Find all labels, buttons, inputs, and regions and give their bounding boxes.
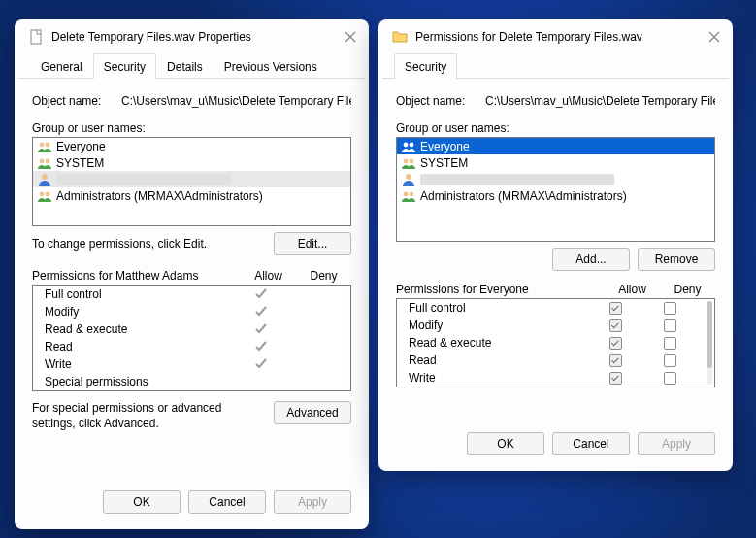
allow-cell [588, 354, 642, 367]
col-deny: Deny [296, 269, 351, 283]
checkbox[interactable] [609, 354, 622, 367]
deny-cell [642, 319, 697, 332]
checkbox[interactable] [609, 372, 622, 385]
advanced-hint: For special permissions or advanced sett… [32, 401, 264, 431]
object-name-value: C:\Users\mav_u\Music\Delete Temporary Fi… [121, 94, 351, 108]
permission-row: Read [397, 352, 705, 369]
svg-point-12 [406, 174, 411, 180]
svg-point-11 [410, 158, 414, 163]
svg-point-4 [46, 158, 50, 163]
check-icon [254, 287, 268, 301]
checkbox[interactable] [609, 302, 622, 315]
permission-row: Read [33, 338, 350, 355]
scrollbar[interactable] [707, 301, 712, 385]
permissions-dialog: Permissions for Delete Temporary Files.w… [378, 19, 733, 471]
group-label: Group or user names: [32, 121, 351, 135]
list-item-label: Everyone [56, 140, 106, 153]
tab-general[interactable]: General [30, 53, 93, 79]
apply-button[interactable]: Apply [638, 432, 715, 455]
object-name-label: Object name: [32, 94, 110, 108]
permission-name: Read & execute [41, 322, 234, 336]
list-item-label: Everyone [420, 140, 470, 153]
permission-name: Read & execute [405, 336, 588, 350]
col-allow: Allow [605, 283, 660, 296]
group-icon [401, 188, 416, 204]
window-title: Delete Temporary Files.wav Properties [51, 30, 336, 44]
list-item[interactable]: SYSTEM [397, 154, 714, 171]
checkbox[interactable] [664, 354, 676, 367]
ok-button[interactable]: OK [103, 490, 181, 514]
svg-point-6 [40, 191, 45, 196]
permission-name: Write [41, 357, 234, 371]
permission-row: Read & execute [397, 334, 705, 352]
list-item[interactable]: Administrators (MRMAX\Administrators) [33, 187, 350, 204]
allow-cell [588, 337, 642, 350]
checkbox[interactable] [609, 337, 622, 350]
user-icon [37, 172, 52, 187]
permission-list: Full controlModifyRead & executeReadWrit… [32, 285, 351, 391]
user-icon [401, 172, 416, 187]
allow-cell [234, 357, 288, 371]
object-name-value: C:\Users\mav_u\Music\Delete Temporary Fi… [485, 94, 715, 108]
checkbox[interactable] [664, 319, 676, 332]
window-title: Permissions for Delete Temporary Files.w… [415, 30, 700, 44]
permission-row: Write [397, 369, 705, 387]
cancel-button[interactable]: Cancel [188, 490, 266, 514]
list-item[interactable]: Everyone [33, 138, 350, 154]
permission-row: Full control [33, 286, 350, 303]
user-list[interactable]: EveryoneSYSTEMAdministrators (MRMAX\Admi… [32, 137, 351, 226]
edit-hint: To change permissions, click Edit. [32, 237, 266, 251]
advanced-button[interactable]: Advanced [274, 401, 351, 424]
tab-previous-versions[interactable]: Previous Versions [214, 53, 328, 79]
checkbox[interactable] [609, 319, 622, 332]
checkbox[interactable] [664, 302, 676, 315]
folder-icon [392, 29, 408, 45]
tab-bar: Security [382, 52, 729, 79]
svg-point-3 [40, 158, 45, 163]
allow-cell [588, 302, 642, 315]
list-item[interactable]: Everyone [397, 138, 714, 154]
deny-cell [642, 337, 697, 350]
list-item[interactable] [397, 171, 714, 187]
group-icon [401, 155, 416, 171]
checkbox[interactable] [664, 337, 676, 350]
ok-button[interactable]: OK [467, 432, 544, 455]
tab-security[interactable]: Security [93, 53, 156, 79]
checkbox[interactable] [664, 372, 676, 385]
edit-button[interactable]: Edit... [274, 232, 351, 255]
svg-point-9 [410, 142, 414, 147]
deny-cell [642, 302, 697, 315]
user-list[interactable]: EveryoneSYSTEMAdministrators (MRMAX\Admi… [396, 137, 715, 242]
list-item-label: Administrators (MRMAX\Administrators) [420, 189, 627, 203]
deny-cell [642, 354, 697, 367]
apply-button[interactable]: Apply [274, 490, 351, 514]
permission-list: Full controlModifyRead & executeReadWrit… [396, 298, 715, 387]
tab-security[interactable]: Security [394, 53, 457, 79]
permission-name: Write [405, 371, 588, 385]
list-item[interactable] [33, 171, 350, 187]
permission-name: Read [41, 340, 234, 353]
group-label: Group or user names: [396, 121, 715, 135]
perm-header-label: Permissions for Everyone [396, 283, 605, 296]
close-icon[interactable] [707, 30, 721, 44]
permission-row: Modify [397, 317, 705, 334]
add-button[interactable]: Add... [552, 248, 630, 271]
tab-details[interactable]: Details [156, 53, 214, 79]
permission-row: Read & execute [33, 320, 350, 338]
permission-name: Full control [405, 301, 588, 315]
tab-bar: General Security Details Previous Versio… [18, 52, 365, 79]
close-icon[interactable] [344, 30, 357, 44]
allow-cell [588, 372, 642, 385]
cancel-button[interactable]: Cancel [552, 432, 630, 455]
list-item[interactable]: Administrators (MRMAX\Administrators) [397, 187, 714, 204]
permission-row: Special permissions [33, 373, 350, 390]
svg-point-1 [40, 142, 45, 147]
remove-button[interactable]: Remove [638, 248, 715, 271]
object-name-label: Object name: [396, 94, 474, 108]
allow-cell [234, 305, 288, 319]
allow-cell [234, 340, 288, 353]
list-item[interactable]: SYSTEM [33, 154, 350, 171]
perm-header-label: Permissions for Matthew Adams [32, 269, 241, 283]
deny-cell [642, 372, 697, 385]
titlebar: Delete Temporary Files.wav Properties [15, 19, 369, 52]
